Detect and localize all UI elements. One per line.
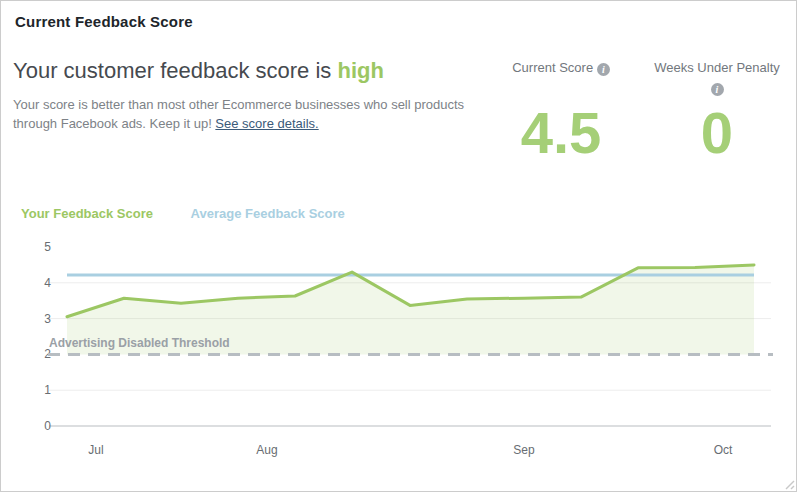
score-description: Your score is better than most other Eco… [13,95,464,133]
card-title: Current Feedback Score [15,13,193,30]
legend-average-feedback-score: Average Feedback Score [191,206,345,221]
weeks-under-penalty-value: 0 [647,104,787,162]
y-tick-label: 1 [44,383,51,397]
chart-legend: Your Feedback Score Average Feedback Sco… [21,206,379,221]
x-tick-label: Aug [256,443,277,457]
current-score-stat: Current Score i 4.5 [499,60,623,170]
y-tick-label: 4 [44,276,51,290]
weeks-under-penalty-label: Weeks Under Penalty [647,60,787,75]
x-tick-label: Jul [88,443,103,457]
see-score-details-link[interactable]: See score details. [215,116,318,131]
x-tick-label: Sep [513,443,535,457]
headline-text: Your customer feedback score is [13,58,337,83]
weeks-under-penalty-stat: Weeks Under Penalty i 0 [647,60,787,170]
threshold-label: Advertising Disabled Threshold [49,336,230,350]
legend-your-feedback-score: Your Feedback Score [21,206,153,221]
chart-container: 543210JulAugSepOctAdvertising Disabled T… [1,236,797,492]
y-tick-label: 5 [44,240,51,254]
weeks-penalty-info-row: i [647,78,787,96]
info-icon[interactable]: i [711,83,724,96]
description-line-1: Your score is better than most other Eco… [13,97,464,112]
x-tick-label: Oct [714,443,733,457]
feedback-score-card: Current Feedback Score Your customer fee… [0,0,797,492]
headline: Your customer feedback score is high [13,58,384,84]
headline-status: high [337,58,383,83]
y-tick-label: 0 [44,419,51,433]
description-line-2: through Facebook ads. Keep it up! [13,116,215,131]
info-icon[interactable]: i [597,63,610,76]
current-score-label-row: Current Score i [499,60,623,76]
resize-handle-icon[interactable] [783,478,795,490]
current-score-label: Current Score [512,60,593,75]
feedback-chart: 543210JulAugSepOctAdvertising Disabled T… [1,236,797,492]
y-tick-label: 3 [44,312,51,326]
current-score-value: 4.5 [499,104,623,162]
